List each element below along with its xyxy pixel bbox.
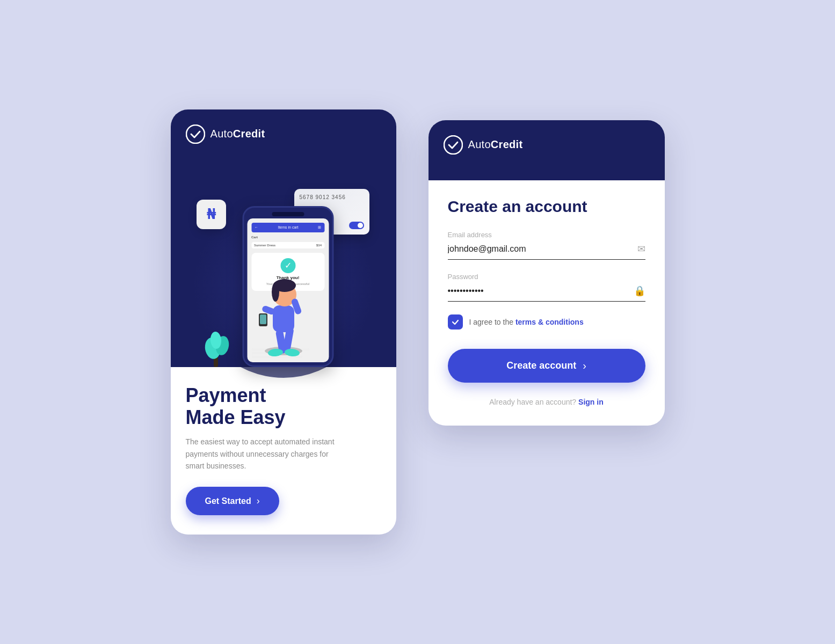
svg-rect-13: [260, 314, 266, 324]
get-started-arrow-icon: ›: [257, 495, 260, 507]
phone-header-bar: ←Items in cart⊞: [251, 223, 324, 232]
email-input[interactable]: [448, 244, 632, 254]
lock-icon: 🔒: [634, 285, 645, 297]
password-label: Password: [448, 273, 645, 281]
create-account-arrow-icon: ›: [583, 360, 586, 372]
left-card-bottom: Payment Made Easy The easiest way to acc…: [171, 367, 396, 535]
signin-text: Already have an account?: [489, 398, 576, 406]
email-group: Email address ✉: [448, 231, 645, 260]
phone-notch: [272, 212, 304, 216]
svg-point-9: [272, 282, 279, 302]
left-logo-text: AutoCredit: [210, 128, 265, 140]
get-started-button[interactable]: Get Started ›: [186, 487, 279, 515]
password-input-wrapper: 🔒: [448, 285, 645, 302]
password-group: Password 🔒: [448, 273, 645, 302]
toggle-icon: [349, 222, 364, 229]
phone-item-row: Summer Dress $34: [251, 242, 324, 248]
left-card-top: AutoCredit ₦ 5678 9012 3456: [171, 109, 396, 367]
right-logo-text: AutoCredit: [468, 138, 523, 151]
svg-point-0: [186, 125, 205, 143]
card-number: 5678 9012 3456: [300, 194, 364, 200]
form-title: Create an account: [448, 197, 645, 216]
left-logo-row: AutoCredit: [186, 125, 381, 144]
right-logo-row: AutoCredit: [444, 135, 650, 155]
signin-row: Already have an account? Sign in: [448, 398, 645, 406]
signin-link[interactable]: Sign in: [578, 398, 604, 406]
checkbox-label: I agree to the terms & conditions: [469, 318, 584, 326]
subtext: The easiest way to accept automated inst…: [186, 436, 347, 472]
email-icon: ✉: [637, 243, 645, 255]
right-card-form: Create an account Email address ✉ Passwo…: [429, 180, 665, 426]
person-illustration: [251, 265, 316, 362]
terms-checkbox[interactable]: [448, 314, 463, 330]
email-input-wrapper: ✉: [448, 243, 645, 260]
create-account-label: Create account: [506, 360, 576, 371]
get-started-label: Get Started: [205, 496, 251, 506]
cards-container: AutoCredit ₦ 5678 9012 3456: [139, 77, 697, 567]
left-card: AutoCredit ₦ 5678 9012 3456: [171, 109, 396, 535]
svg-rect-6: [273, 305, 294, 332]
email-label: Email address: [448, 231, 645, 239]
naira-float: ₦: [197, 200, 226, 229]
right-logo-icon: [444, 135, 463, 155]
right-card: AutoCredit Create an account Email addre…: [429, 120, 665, 426]
right-card-top: AutoCredit: [429, 120, 665, 180]
terms-link[interactable]: terms & conditions: [515, 318, 584, 326]
checkbox-row: I agree to the terms & conditions: [448, 314, 645, 330]
illustration-area: ₦ 5678 9012 3456 ←Items in cart⊞ C: [186, 157, 381, 367]
headline: Payment Made Easy: [186, 384, 381, 429]
create-account-button[interactable]: Create account ›: [448, 349, 645, 383]
phone-cart-text: Cart: [251, 235, 324, 240]
left-logo-icon: [186, 125, 205, 144]
svg-point-18: [444, 136, 462, 154]
password-input[interactable]: [448, 286, 628, 296]
plant-illustration: [202, 324, 234, 367]
